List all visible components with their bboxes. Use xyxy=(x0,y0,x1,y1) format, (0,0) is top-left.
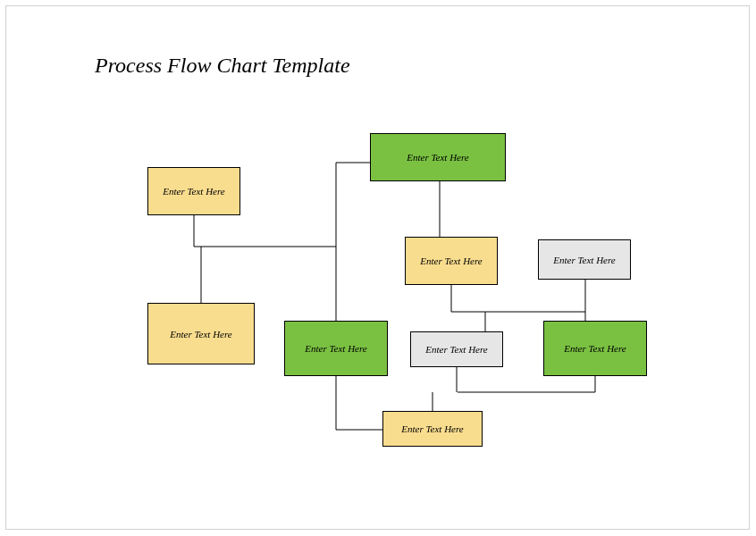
flow-node-label: Enter Text Here xyxy=(407,152,468,163)
flow-node-label: Enter Text Here xyxy=(425,344,487,355)
flow-node-n5[interactable]: Enter Text Here xyxy=(147,303,255,364)
flow-node-n6[interactable]: Enter Text Here xyxy=(284,321,388,376)
flow-node-n9[interactable]: Enter Text Here xyxy=(382,411,483,447)
flow-node-label: Enter Text Here xyxy=(163,186,224,197)
flow-node-label: Enter Text Here xyxy=(170,329,231,339)
flow-node-n8[interactable]: Enter Text Here xyxy=(543,321,647,376)
flow-node-n4[interactable]: Enter Text Here xyxy=(538,239,631,280)
flow-node-n7[interactable]: Enter Text Here xyxy=(410,331,503,367)
flow-node-label: Enter Text Here xyxy=(305,343,366,354)
page-title: Process Flow Chart Template xyxy=(95,54,350,78)
flow-node-label: Enter Text Here xyxy=(420,255,482,266)
page-frame: Process Flow Chart Template Enter Text H… xyxy=(5,5,750,530)
connector-9 xyxy=(336,376,382,430)
flow-node-n2[interactable]: Enter Text Here xyxy=(370,133,506,181)
flow-node-label: Enter Text Here xyxy=(401,423,463,434)
connector-10 xyxy=(458,376,595,392)
flow-node-label: Enter Text Here xyxy=(564,343,626,354)
connectors-layer xyxy=(6,6,751,531)
flow-node-label: Enter Text Here xyxy=(553,255,615,265)
flow-node-n1[interactable]: Enter Text Here xyxy=(147,167,240,215)
flow-node-n3[interactable]: Enter Text Here xyxy=(405,237,498,285)
